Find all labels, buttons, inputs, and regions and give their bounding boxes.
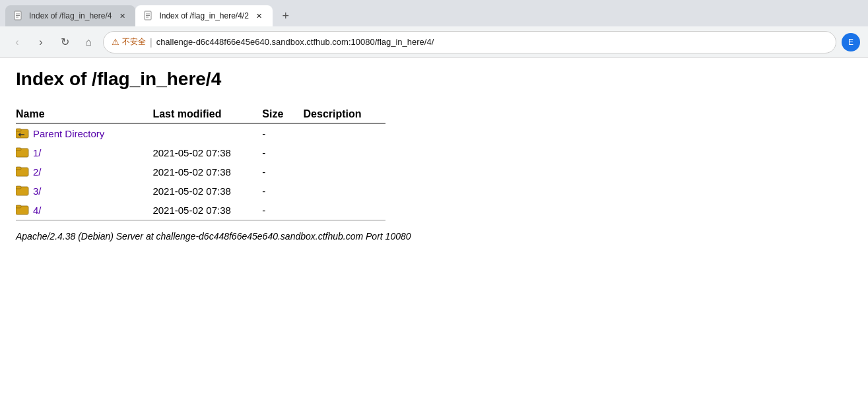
page-content: Index of /flag_in_here/4 Name Last modif…	[0, 58, 868, 388]
folder-icon	[16, 203, 29, 217]
parent-dir-icon	[16, 127, 29, 141]
tab2-close-button[interactable]: ✕	[254, 11, 265, 21]
col-header-name-link[interactable]: Name	[16, 108, 45, 119]
table-row: 3/2021-05-02 07:38-	[16, 182, 385, 201]
parent-dir-link[interactable]: Parent Directory	[33, 128, 104, 139]
table-row: 1/2021-05-02 07:38-	[16, 143, 385, 162]
row-size-cell: -	[262, 201, 303, 220]
folder-icon	[16, 165, 29, 179]
address-separator: |	[150, 37, 152, 48]
address-text: challenge-d6c448f66e45e640.sandbox.ctfhu…	[156, 37, 828, 47]
col-header-description-link[interactable]: Description	[304, 108, 362, 119]
tab1-favicon	[13, 11, 24, 21]
tab2-favicon	[143, 11, 154, 21]
folder-link[interactable]: 2/	[33, 166, 42, 178]
profile-button[interactable]: E	[842, 33, 860, 51]
address-bar[interactable]: ⚠ 不安全 | challenge-d6c448f66e45e640.sandb…	[103, 31, 836, 53]
row-description-cell	[304, 123, 385, 143]
row-name-cell: 1/	[16, 143, 152, 162]
reload-button[interactable]: ↻	[55, 33, 74, 51]
row-size-cell: -	[262, 162, 303, 182]
page-title: Index of /flag_in_here/4	[16, 69, 852, 90]
svg-rect-13	[16, 148, 21, 150]
tab-2[interactable]: Index of /flag_in_here/4/2 ✕	[135, 5, 272, 26]
folder-icon	[16, 146, 29, 160]
tab-1[interactable]: Index of /flag_in_here/4 ✕	[5, 5, 135, 26]
table-row: 4/2021-05-02 07:38-	[16, 201, 385, 220]
warning-icon: ⚠	[112, 37, 119, 47]
col-header-size: Size	[262, 106, 303, 123]
server-footer: Apache/2.4.38 (Debian) Server at challen…	[16, 231, 852, 242]
col-header-modified: Last modified	[152, 106, 262, 123]
col-header-size-link[interactable]: Size	[262, 108, 283, 119]
row-name-cell: Parent Directory	[16, 123, 152, 143]
home-button[interactable]: ⌂	[79, 33, 98, 51]
tab2-label: Index of /flag_in_here/4/2	[159, 11, 248, 20]
tab1-close-button[interactable]: ✕	[117, 11, 127, 21]
security-warning: ⚠ 不安全	[112, 36, 146, 48]
row-description-cell	[304, 143, 385, 162]
row-name-cell: 2/	[16, 162, 152, 182]
directory-table: Name Last modified Size Description	[16, 106, 385, 220]
svg-rect-17	[16, 186, 21, 189]
row-description-cell	[304, 162, 385, 182]
row-size-cell: -	[262, 123, 303, 143]
row-modified-cell: 2021-05-02 07:38	[152, 162, 262, 182]
folder-link[interactable]: 4/	[33, 205, 42, 216]
row-modified-cell: 2021-05-02 07:38	[152, 182, 262, 201]
svg-rect-9	[16, 129, 21, 131]
table-header-row: Name Last modified Size Description	[16, 106, 385, 123]
security-label: 不安全	[122, 36, 146, 48]
folder-link[interactable]: 1/	[33, 147, 42, 158]
row-description-cell	[304, 201, 385, 220]
forward-button[interactable]: ›	[32, 33, 50, 51]
col-header-description: Description	[304, 106, 385, 123]
svg-rect-19	[16, 205, 21, 208]
row-modified-cell	[152, 123, 262, 143]
col-header-name: Name	[16, 106, 152, 123]
folder-icon	[16, 184, 29, 198]
row-modified-cell: 2021-05-02 07:38	[152, 201, 262, 220]
browser-address-bar: ‹ › ↻ ⌂ ⚠ 不安全 | challenge-d6c448f66e45e6…	[0, 26, 868, 58]
new-tab-button[interactable]: +	[275, 5, 296, 26]
row-modified-cell: 2021-05-02 07:38	[152, 143, 262, 162]
table-row: Parent Directory-	[16, 123, 385, 143]
row-size-cell: -	[262, 143, 303, 162]
col-header-modified-link[interactable]: Last modified	[152, 108, 221, 119]
table-row: 2/2021-05-02 07:38-	[16, 162, 385, 182]
row-name-cell: 3/	[16, 182, 152, 201]
folder-link[interactable]: 3/	[33, 185, 42, 197]
row-name-cell: 4/	[16, 201, 152, 220]
row-size-cell: -	[262, 182, 303, 201]
back-button[interactable]: ‹	[8, 33, 26, 51]
browser-title-bar: Index of /flag_in_here/4 ✕ Index of /fla…	[0, 0, 868, 26]
row-description-cell	[304, 182, 385, 201]
tab1-label: Index of /flag_in_here/4	[29, 11, 112, 20]
svg-rect-15	[16, 167, 21, 170]
